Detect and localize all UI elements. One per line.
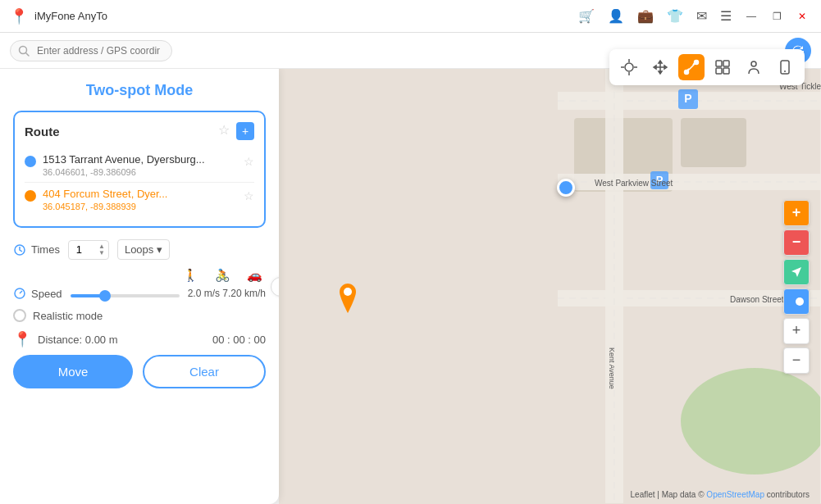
shirt-icon[interactable]: 👕 [664,7,686,25]
svg-rect-11 [716,68,722,74]
person-icon[interactable] [741,54,767,80]
map-background: DaVita P P ⛽ [279,69,821,504]
svg-rect-9 [716,61,722,66]
svg-rect-12 [723,68,729,74]
main-content: Two-spot Mode Route ☆ + 1513 Tarrant Ave… [0,69,821,504]
app-icon: 📍 [10,7,28,25]
route-icon[interactable] [678,54,705,80]
search-input[interactable] [10,40,172,61]
times-down[interactable]: ▼ [98,250,105,257]
svg-rect-49 [681,118,746,167]
waypoint-2-coords: 36.045187, -89.388939 [43,202,237,211]
zoom-in-button[interactable]: + [783,318,810,344]
title-bar: 📍 iMyFone AnyTo 🛒 👤 💼 👕 ✉ ☰ — ❐ ✕ [0,0,821,33]
speed-slider[interactable] [71,294,180,297]
speed-section: 🚶 🚴 🚗 Speed 2.0 m/s 7.20 km/h [13,268,266,301]
device-icon[interactable] [772,54,798,80]
add-waypoint-button[interactable]: + [236,122,254,140]
svg-point-75 [344,288,352,296]
speed-icons: 🚶 🚴 🚗 [13,268,266,283]
title-right: 🛒 👤 💼 👕 ✉ ☰ — ❐ ✕ [575,7,811,25]
waypoint-2: 404 Forcum Street, Dyer... 36.045187, -8… [25,183,254,216]
restore-button[interactable]: ❐ [768,9,787,24]
title-left: 📍 iMyFone AnyTo [10,7,107,25]
minimize-button[interactable]: — [741,9,761,24]
map-float-controls: + − + − [783,200,810,374]
speed-label: Speed [31,288,62,300]
distance-row: 📍 Distance: 0.00 m 00 : 00 : 00 [13,330,266,348]
times-label-wrap: Times [13,243,60,257]
openstreetmap-link[interactable]: OpenStreetMap [706,490,764,499]
waypoint-blue-dot [25,156,36,167]
collapse-panel-button[interactable]: ‹ [271,277,279,297]
speed-slider-wrap [71,286,180,301]
menu-icon[interactable]: ☰ [717,7,735,25]
svg-point-2 [625,63,633,71]
credits-text: Leaflet | Map data © [631,490,707,499]
route-icons: ☆ + [218,122,254,140]
speed-row: Speed 2.0 m/s 7.20 km/h [13,286,266,301]
waypoint-1-star[interactable]: ☆ [244,155,254,168]
toggle-button[interactable] [783,288,810,315]
map-area: DaVita P P ⛽ West Tickle Street West Par… [279,69,821,504]
waypoint-1-coords: 36.046601, -89.386096 [43,167,237,177]
user-icon[interactable]: 👤 [604,7,627,25]
move-button[interactable]: Move [13,355,133,388]
waypoint-1: 1513 Tarrant Avenue, Dyersburg... 36.046… [25,148,254,183]
control-panel: Two-spot Mode Route ☆ + 1513 Tarrant Ave… [0,69,279,504]
times-row: Times ▲ ▼ Loops ▾ [13,239,266,260]
zoom-out-button[interactable]: − [783,347,810,374]
times-spinners: ▲ ▼ [98,243,105,257]
walk-icon: 🚶 [183,268,198,283]
briefcase-icon[interactable]: 💼 [634,7,657,25]
cart-icon[interactable]: 🛒 [575,7,598,25]
marker-end [336,284,359,316]
waypoint-1-name: 1513 Tarrant Avenue, Dyersburg... [43,153,237,166]
crosshair-icon[interactable] [616,54,642,80]
navigate-button[interactable] [783,259,810,285]
time-display: 00 : 00 : 00 [212,334,266,346]
route-star-icon[interactable]: ☆ [218,122,230,140]
waypoint-2-info[interactable]: 404 Forcum Street, Dyer... 36.045187, -8… [43,188,237,211]
speed-label-wrap: Speed [13,287,62,300]
move-icon[interactable] [647,54,673,80]
svg-point-8 [695,61,699,65]
svg-point-7 [685,70,689,75]
realistic-radio[interactable] [13,309,26,322]
svg-text:P: P [656,174,664,186]
waypoint-1-info[interactable]: 1513 Tarrant Avenue, Dyersburg... 36.046… [43,153,237,177]
route-label: Route [25,125,60,138]
credits-contributors: contributors [767,490,810,499]
times-input[interactable] [74,243,97,256]
toggle-icon [787,296,805,307]
waypoint-orange-dot [25,190,36,202]
svg-point-13 [751,61,756,66]
loop-select[interactable]: Loops ▾ [117,239,170,260]
times-label: Times [31,243,60,256]
add-point-button[interactable]: + [783,200,810,226]
speed-circle-icon [13,287,26,300]
grid-icon[interactable] [709,54,736,80]
waypoint-2-star[interactable]: ☆ [244,189,254,202]
search-icon [18,45,30,57]
svg-text:P: P [684,92,691,105]
route-box: Route ☆ + 1513 Tarrant Avenue, Dyersburg… [13,111,266,228]
route-header: Route ☆ + [25,122,254,140]
realistic-label: Realistic mode [33,310,103,322]
times-input-wrap: ▲ ▼ [68,240,109,260]
svg-rect-10 [723,61,729,66]
loop-label: Loops [125,243,153,256]
clear-button[interactable]: Clear [143,355,266,388]
svg-line-1 [26,52,30,56]
remove-point-button[interactable]: − [783,229,810,256]
close-button[interactable]: ✕ [793,9,811,24]
distance-pin-icon: 📍 [13,330,31,348]
navigate-icon [790,266,803,279]
clock-icon [13,243,26,257]
speed-value: 2.0 m/s 7.20 km/h [188,288,266,299]
mail-icon[interactable]: ✉ [693,7,710,25]
realistic-mode-row[interactable]: Realistic mode [13,309,266,322]
distance-text: Distance: 0.00 m [38,334,206,346]
mode-title: Two-spot Mode [13,82,266,99]
loop-chevron-icon: ▾ [157,243,162,256]
